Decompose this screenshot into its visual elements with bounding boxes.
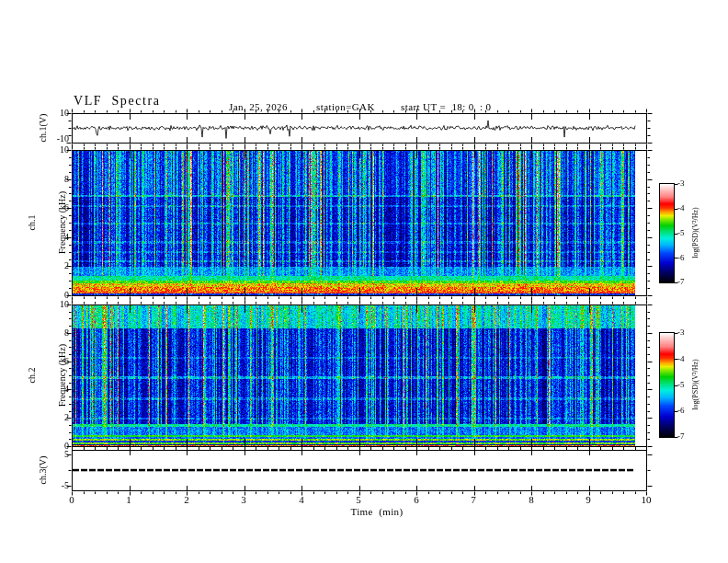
spec2-ytick: 10: [36, 300, 69, 309]
cb2-tick: -6: [677, 407, 685, 415]
spec1-ytick: 2: [36, 261, 69, 270]
xtick: 6: [403, 495, 430, 505]
spec1-axis-label-freq: Frequency (kHz): [57, 191, 67, 254]
spec2-axis-label: ch.2 Frequency (kHz): [6, 344, 87, 407]
xtick: 0: [58, 495, 85, 505]
vlf-spectra-page: VLF Spectra Jan. 25, 2026 station=GAK st…: [0, 0, 728, 563]
cb1-tick: -5: [677, 229, 685, 237]
ch3-ytick: 5: [36, 450, 69, 459]
spec1-ytick: 6: [36, 203, 69, 213]
xtick: 2: [173, 495, 200, 505]
cb2-axis-label: log(PSD)(V²/Hz): [692, 359, 700, 409]
spec1-ytick: 10: [36, 145, 69, 155]
spec1-ytick: 4: [36, 233, 69, 242]
spec2-ytick: 8: [36, 328, 69, 338]
xtick: 9: [574, 495, 602, 505]
spec2-axis-label-ch: ch.2: [27, 344, 37, 407]
time-axis-label: Time (min): [334, 506, 420, 517]
plot-title: VLF Spectra: [74, 96, 161, 107]
xtick: 5: [345, 495, 372, 505]
ch3-axis-label: ch.3(V): [38, 456, 48, 485]
spec1-ytick: 8: [36, 175, 69, 184]
xtick: 1: [115, 495, 142, 505]
cb2-tick: -7: [677, 432, 685, 441]
cb1-axis-label: log(PSD)(V²/Hz): [692, 207, 700, 258]
cb1-tick: -6: [677, 254, 685, 262]
ch1-ytick: -10: [36, 134, 69, 144]
spec2-ytick: 2: [36, 413, 69, 422]
spec1-axis-label-ch: ch.1: [27, 191, 37, 254]
cb2-tick: -4: [677, 355, 685, 363]
spec2-ytick: 4: [36, 385, 69, 394]
plot-canvas: [0, 0, 728, 563]
date-label: Jan. 25, 2026: [229, 101, 288, 112]
spec2-axis-label-freq: Frequency (kHz): [57, 344, 67, 407]
spec1-axis-label: ch.1 Frequency (kHz): [6, 191, 87, 254]
xtick: 7: [460, 495, 487, 505]
ch3-ytick: -5: [36, 481, 69, 490]
cb2-tick: -3: [677, 328, 685, 337]
cb1-tick: -4: [677, 204, 685, 213]
xtick: 8: [518, 495, 545, 505]
xtick: 10: [632, 495, 660, 505]
spec2-ytick: 6: [36, 357, 69, 366]
station-label: station=GAK: [316, 101, 375, 112]
xtick: 4: [288, 495, 315, 505]
ch1-ytick: 10: [36, 109, 69, 118]
start-ut-label: start UT = 18: 0 : 0: [401, 101, 492, 112]
cb1-tick: -7: [677, 278, 685, 286]
xtick: 3: [230, 495, 257, 505]
cb2-tick: -5: [677, 381, 685, 389]
cb1-tick: -3: [677, 179, 685, 188]
